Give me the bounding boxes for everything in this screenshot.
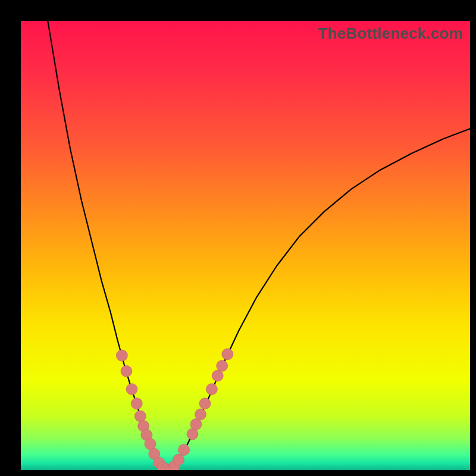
plot-area: TheBottleneck.com xyxy=(21,21,470,470)
data-marker xyxy=(187,428,198,440)
data-marker xyxy=(178,444,190,456)
data-marker xyxy=(126,384,137,395)
data-marker xyxy=(121,365,132,377)
data-marker xyxy=(173,454,184,465)
data-marker xyxy=(145,439,156,450)
chart-frame: TheBottleneck.com xyxy=(0,0,476,476)
bottleneck-curve xyxy=(21,21,470,470)
curve-right-branch xyxy=(171,129,470,469)
data-marker xyxy=(212,370,223,381)
data-marker xyxy=(116,350,127,361)
data-marker xyxy=(222,349,233,360)
data-marker xyxy=(195,409,206,420)
data-marker xyxy=(190,419,202,430)
data-marker xyxy=(199,398,211,409)
watermark-text: TheBottleneck.com xyxy=(318,24,463,43)
data-marker xyxy=(206,384,217,395)
data-marker xyxy=(134,411,146,422)
data-marker xyxy=(217,360,228,371)
data-marker xyxy=(131,398,142,409)
curve-left-branch xyxy=(48,21,166,469)
